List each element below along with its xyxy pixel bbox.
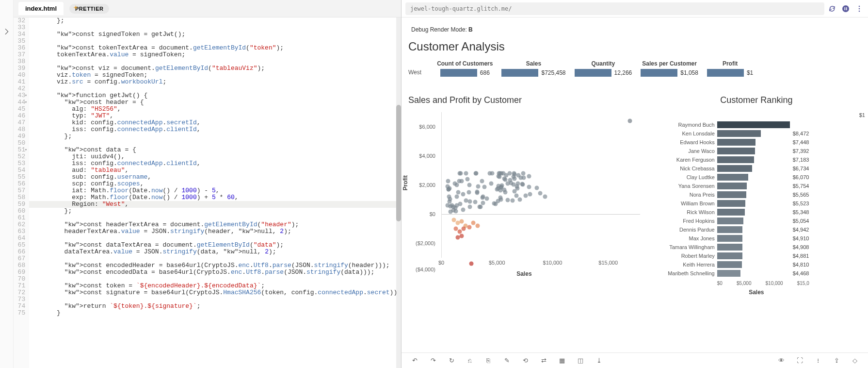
scatter-point[interactable]	[468, 205, 472, 209]
code-content[interactable]: }; "kw">const signedToken = getJwt(); "k…	[29, 17, 401, 368]
more-vertical-icon[interactable]	[854, 4, 864, 14]
scatter-point[interactable]	[480, 179, 484, 183]
scatter-point[interactable]	[447, 195, 451, 199]
scatter-point[interactable]	[475, 224, 480, 228]
rank-row[interactable]: Raymond Buch	[652, 121, 861, 130]
chart-icon[interactable]: ◫	[576, 356, 585, 365]
editor-scrollbar[interactable]	[396, 17, 401, 368]
scatter-point[interactable]	[535, 186, 539, 190]
view-icon[interactable]: 👁	[777, 356, 786, 365]
scatter-point[interactable]	[490, 171, 495, 176]
reset-icon[interactable]: ⟲	[521, 356, 530, 365]
scatter-point[interactable]	[517, 197, 522, 201]
scatter-point[interactable]	[476, 184, 480, 188]
rank-row[interactable]: Keith Herrera $4,810	[652, 261, 861, 269]
share-icon[interactable]: ⇪	[832, 356, 841, 365]
scatter-point[interactable]	[455, 183, 459, 187]
redo-icon[interactable]: ↷	[429, 356, 437, 365]
scatter-point[interactable]	[482, 184, 487, 189]
scatter-point[interactable]	[538, 191, 542, 196]
scatter-point[interactable]	[467, 183, 471, 187]
scatter-point[interactable]	[481, 196, 485, 200]
scatter-point[interactable]	[518, 175, 523, 180]
rank-row[interactable]: Fred Hopkins $5,054	[652, 217, 861, 226]
scatter-point[interactable]	[628, 119, 632, 123]
filter-icon[interactable]: ⫶	[814, 356, 822, 365]
refresh-icon[interactable]	[827, 4, 837, 14]
rank-row[interactable]: Max Jones $4,910	[652, 234, 861, 243]
alert-icon[interactable]: ◇	[851, 356, 859, 365]
annotate-icon[interactable]: ✎	[502, 356, 511, 365]
scatter-point[interactable]	[461, 192, 465, 196]
clipboard-icon[interactable]: ⎘	[484, 356, 493, 365]
revert-icon[interactable]: ⎌	[466, 356, 474, 365]
rank-row[interactable]: Rick Wilson $5,348	[652, 208, 861, 217]
scatter-point[interactable]	[489, 181, 494, 185]
scatter-point[interactable]	[528, 192, 532, 196]
pause-icon[interactable]	[841, 4, 851, 14]
undo-icon[interactable]: ↶	[410, 356, 419, 365]
scatter-point[interactable]	[499, 171, 503, 176]
rank-row[interactable]: Jane Waco $7,392	[652, 147, 861, 156]
scatter-point[interactable]	[543, 195, 547, 199]
scatter-point[interactable]	[465, 177, 469, 182]
sidebar-collapse[interactable]	[0, 0, 14, 368]
scatter-point[interactable]	[502, 177, 507, 181]
ranking-list[interactable]: Raymond Buch Ken Lonsdale $8,472Edward H…	[652, 121, 861, 278]
rank-row[interactable]: Ken Lonsdale $8,472	[652, 130, 861, 138]
rank-row[interactable]: Robert Marley $4,881	[652, 252, 861, 261]
metric-1[interactable]: Sales $725,458	[501, 60, 565, 77]
scatter-point[interactable]	[492, 201, 496, 205]
scatter-point[interactable]	[459, 179, 464, 183]
scatter-point[interactable]	[506, 198, 510, 202]
scatter-point[interactable]	[467, 190, 471, 195]
scatter-point[interactable]	[479, 204, 483, 209]
scatter-point[interactable]	[510, 198, 514, 202]
scatter-point[interactable]	[459, 234, 464, 238]
scatter-point[interactable]	[513, 177, 517, 181]
scatter-point[interactable]	[456, 190, 460, 194]
scatter-point[interactable]	[521, 171, 525, 176]
scrollbar-thumb[interactable]	[396, 105, 401, 221]
scatter-point[interactable]	[498, 198, 503, 202]
scatter-point[interactable]	[503, 190, 508, 195]
scatter-point[interactable]	[527, 174, 531, 179]
scatter-point[interactable]	[473, 200, 477, 204]
scatter-point[interactable]	[446, 179, 450, 183]
download-icon[interactable]: ⤓	[595, 356, 603, 365]
scatter-point[interactable]	[467, 199, 472, 203]
scatter-point[interactable]	[455, 194, 459, 199]
rank-row[interactable]: Tamara Willingham $4,908	[652, 243, 861, 252]
scatter-plot[interactable]: Profit $6,000$4,000$2,000$0($2,000)($4,0…	[408, 112, 640, 277]
scatter-point[interactable]	[475, 190, 479, 194]
scatter-point[interactable]	[459, 219, 464, 224]
forward-icon[interactable]: ↻	[447, 356, 456, 365]
scatter-point[interactable]	[457, 171, 462, 176]
rank-row[interactable]: Maribeth Schnelling $4,468	[652, 269, 861, 278]
rank-row[interactable]: Nora Preis $5,565	[652, 191, 861, 200]
code-editor[interactable]: 3233343536373839404142434445464748495051…	[14, 17, 401, 368]
prettier-badge[interactable]: ✦ PRETTIER	[69, 4, 109, 14]
table-icon[interactable]: ▦	[558, 356, 566, 365]
metric-4[interactable]: Profit $1	[707, 60, 753, 77]
metric-2[interactable]: Quantity 12,266	[575, 60, 632, 77]
scatter-point[interactable]	[457, 230, 462, 234]
rank-row[interactable]: Dennis Pardue $4,942	[652, 226, 861, 234]
scatter-point[interactable]	[513, 172, 517, 177]
url-bar[interactable]: jewel-tough-quartz.glitch.me/	[405, 2, 824, 15]
scatter-point[interactable]	[464, 171, 468, 176]
scatter-point[interactable]	[499, 184, 503, 189]
scatter-point[interactable]	[514, 193, 518, 198]
scatter-point[interactable]	[461, 208, 465, 212]
scatter-point[interactable]	[485, 197, 489, 201]
rank-row[interactable]: Edward Hooks $7,448	[652, 138, 861, 147]
scatter-point[interactable]	[467, 225, 472, 230]
scatter-point[interactable]	[514, 184, 519, 189]
fullscreen-icon[interactable]: ⛶	[795, 356, 804, 365]
scatter-point[interactable]	[473, 171, 478, 176]
rank-row[interactable]: Clay Ludtke $6,070	[652, 173, 861, 182]
scatter-point[interactable]	[461, 227, 466, 231]
tab-index-html[interactable]: index.html	[18, 2, 64, 15]
scatter-point[interactable]	[527, 185, 531, 189]
swap-icon[interactable]: ⇄	[539, 356, 548, 365]
